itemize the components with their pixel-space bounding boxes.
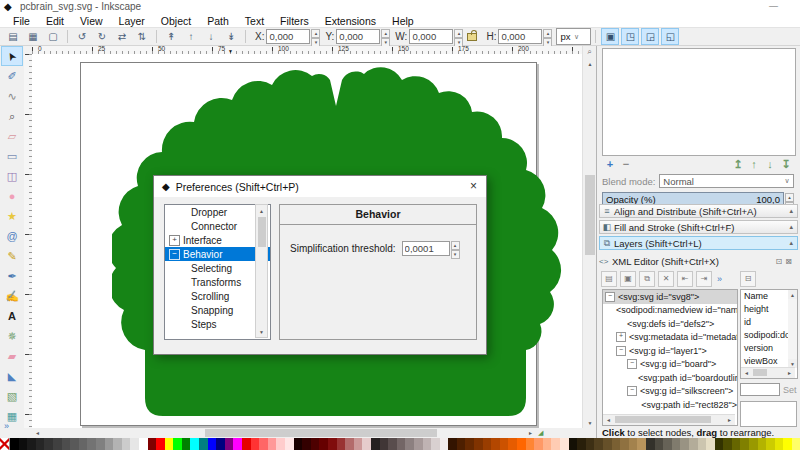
palette-swatch[interactable] [173,438,182,450]
x-input[interactable] [266,29,310,44]
scroll-right-icon[interactable]: ► [725,415,734,424]
palette-swatch[interactable] [483,438,492,450]
attributes-vscrollbar[interactable]: ▲ ▼ [788,290,797,368]
palette-swatch[interactable] [208,438,217,450]
pencil-tool[interactable]: ✎ [1,246,23,266]
menu-view[interactable]: View [72,15,111,27]
spin-up-icon[interactable]: ▴ [454,29,463,38]
scroll-right-icon[interactable]: ► [785,368,794,377]
raise-to-top-icon[interactable]: ↟ [162,28,180,45]
lower-to-bottom-icon[interactable]: ↡ [222,28,240,45]
snap-grip-icon[interactable]: ◢ [538,429,543,437]
lock-ratio-icon[interactable] [467,33,477,41]
deselect-icon[interactable]: ▢ [44,28,62,45]
palette-swatch[interactable] [440,438,449,450]
xml-tree-node[interactable]: −<svg:g id="layer1"> [603,344,737,358]
palette-swatch[interactable] [319,438,328,450]
new-text-node-icon[interactable]: ▣ [620,271,636,287]
palette-swatch[interactable] [474,438,483,450]
close-panel-icon[interactable]: ⊠ [785,257,795,266]
palette-swatch[interactable] [672,438,681,450]
palette-swatch[interactable] [199,438,208,450]
add-layer-button[interactable]: + [602,158,618,170]
calligraphy-tool[interactable]: ✍ [1,286,23,306]
remove-layer-button[interactable]: − [618,158,634,170]
palette-swatch[interactable] [663,438,672,450]
threshold-spinner[interactable]: ▴▾ [451,241,460,256]
palette-swatch[interactable] [569,438,578,450]
spin-up-icon[interactable]: ▴ [451,241,460,250]
palette-swatch[interactable] [715,438,724,450]
palette-swatch[interactable] [517,438,526,450]
palette-swatch[interactable] [371,438,380,450]
palette-swatch[interactable] [294,438,303,450]
xml-tree-node[interactable]: −<svg:g id="silkscreen"> [603,385,737,399]
palette-swatch[interactable] [792,438,800,450]
blend-mode-select[interactable]: Normal ∨ [659,174,794,188]
h-spinner[interactable]: ▴▾ [543,29,552,44]
rotate-ccw-icon[interactable]: ↺ [73,28,91,45]
menu-text[interactable]: Text [237,15,272,27]
gradient-tool[interactable]: ▧ [1,386,23,406]
palette-swatch[interactable] [345,438,354,450]
palette-swatch[interactable] [354,438,363,450]
palette-swatch[interactable] [148,438,157,450]
menu-help[interactable]: Help [384,15,422,27]
panel-layers[interactable]: ⧉Layers (Shift+Ctrl+L)▴ [599,236,798,250]
palette-swatch[interactable] [465,438,474,450]
spray-tool[interactable]: ✵ [1,326,23,346]
bucket-tool[interactable]: ◣ [1,366,23,386]
menu-path[interactable]: Path [199,15,237,27]
palette-swatch[interactable] [276,438,285,450]
flip-vertical-icon[interactable]: ⇅ [133,28,151,45]
xml-tree-node[interactable]: <svg:path id="rect828"> [603,398,737,412]
rotate-cw-icon[interactable]: ↻ [93,28,111,45]
palette-swatch[interactable] [637,438,646,450]
dialog-title-bar[interactable]: ◆ Preferences (Shift+Ctrl+P) [154,176,486,197]
panel-window-buttons[interactable]: ⊡⊠ [776,257,795,266]
palette-swatch[interactable] [732,438,741,450]
palette-swatch[interactable] [723,438,732,450]
new-element-node-icon[interactable]: ▤ [601,271,617,287]
box3d-tool[interactable]: ◫ [1,166,23,186]
node-tool[interactable]: ✐ [1,66,23,86]
spin-up-icon[interactable]: ▴ [785,193,794,202]
xml-tree-scroll-thumb[interactable] [615,416,711,423]
xml-tree-node[interactable]: +<svg:metadata id="metadata5"> [603,331,737,345]
expander-icon[interactable]: − [169,249,180,260]
palette-swatch[interactable] [96,438,105,450]
palette-swatch[interactable] [620,438,629,450]
scroll-up-icon[interactable]: ▲ [256,206,267,215]
dialog-close-button[interactable]: × [470,179,477,193]
vertical-scroll-thumb[interactable] [585,175,595,255]
palette-swatch[interactable] [689,438,698,450]
w-spinner[interactable]: ▴▾ [454,29,463,44]
y-spinner[interactable]: ▴▾ [381,29,390,44]
palette-swatch[interactable] [302,438,311,450]
palette-swatch[interactable] [560,438,569,450]
x-spinner[interactable]: ▴▾ [311,29,320,44]
palette-swatch[interactable] [534,438,543,450]
menu-file[interactable]: File [5,15,38,27]
palette-swatch[interactable] [165,438,174,450]
palette-swatch[interactable] [397,438,406,450]
delete-attribute-icon[interactable]: ⊟ [740,271,756,287]
ellipse-tool[interactable]: ● [1,186,23,206]
attributes-scroll-thumb[interactable] [753,369,767,376]
palette-swatch[interactable] [105,438,114,450]
palette-swatch[interactable] [182,438,191,450]
palette-swatch[interactable] [44,438,53,450]
menu-layer[interactable]: Layer [111,15,153,27]
palette-swatch[interactable] [268,438,277,450]
star-tool[interactable]: ★ [1,206,23,226]
tweak-tool[interactable]: ∿ [1,86,23,106]
menu-filters[interactable]: Filters [272,15,317,27]
pen-tool[interactable]: ✒ [1,266,23,286]
palette-swatch[interactable] [698,438,707,450]
palette-swatch[interactable] [577,438,586,450]
layers-list[interactable] [602,48,796,156]
palette-swatch[interactable] [62,438,71,450]
xml-tree-node[interactable]: <svg:defs id="defs2"> [603,317,737,331]
palette-swatch[interactable] [749,438,758,450]
scroll-up-icon[interactable]: ▲ [583,58,597,69]
